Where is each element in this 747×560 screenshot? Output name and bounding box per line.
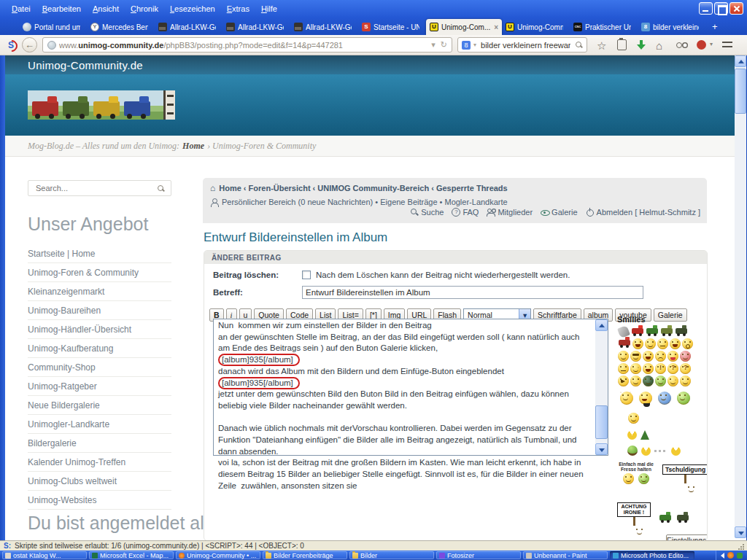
- smiley-icon[interactable]: [655, 363, 666, 374]
- smiley-icon[interactable]: [670, 338, 681, 349]
- scroll-down-icon[interactable]: [595, 443, 608, 455]
- breadcrumb-text[interactable]: Home ‹ Foren-Übersicht ‹ UNIMOG Communit…: [219, 184, 507, 192]
- taskbar-button[interactable]: Bilder Forenbeiträge: [263, 551, 347, 559]
- browser-tab[interactable]: Praktischer Umg...: [570, 19, 638, 35]
- tagline-home-link[interactable]: Home: [182, 141, 204, 152]
- fresse-smiley[interactable]: Einfach mal die Fresse halten: [617, 462, 655, 485]
- menu-item[interactable]: Lesezeichen: [164, 0, 221, 18]
- green-smiley-icon[interactable]: [627, 446, 638, 456]
- sidebar-menu-item[interactable]: Unimog-Händler-Übersicht: [28, 320, 171, 339]
- smiley-icon[interactable]: [619, 340, 630, 346]
- sidebar-menu-item[interactable]: Unimog-Clubs weltweit: [28, 472, 171, 491]
- taskbar-button[interactable]: Unbenannt - Paint: [523, 551, 608, 559]
- google-icon[interactable]: [462, 41, 471, 50]
- sidebar-menu-item[interactable]: Kalender Unimog-Treffen: [28, 453, 171, 472]
- smiley-icon[interactable]: [618, 376, 629, 386]
- smiley-icon[interactable]: [680, 376, 691, 386]
- quicklink[interactable]: Mitglieder: [487, 208, 533, 217]
- tschuldigung-smiley[interactable]: Tschuldigung: [662, 462, 708, 497]
- window-control-icon[interactable]: [714, 2, 728, 15]
- smiley-icon[interactable]: [630, 376, 641, 386]
- smiley-icon[interactable]: [643, 376, 654, 386]
- quicklink[interactable]: Galerie: [541, 208, 577, 217]
- tractor-icon[interactable]: [659, 515, 671, 521]
- smiley-icon[interactable]: [618, 351, 629, 362]
- smiley-icon[interactable]: [655, 376, 666, 386]
- smiley-icon[interactable]: [632, 328, 643, 334]
- sidebar-menu-item[interactable]: Unimog-Foren & Community: [28, 263, 171, 282]
- browser-tab[interactable]: Startseite - UNI...: [358, 19, 426, 35]
- window-control-icon[interactable]: [729, 2, 743, 15]
- ironie-smiley[interactable]: ACHTUNG IRONIE !: [617, 502, 651, 539]
- smiley-icon[interactable]: [655, 351, 666, 362]
- web-search-input[interactable]: [479, 40, 572, 50]
- browser-tab[interactable]: Allrad-LKW-Gem...: [155, 19, 222, 35]
- pacman-smiley-icon[interactable]: [627, 430, 637, 440]
- scrollbar-thumb[interactable]: [595, 405, 608, 439]
- quicklink[interactable]: FAQ: [452, 208, 479, 217]
- pacman-smiley-icon[interactable]: [641, 446, 651, 456]
- home-icon[interactable]: [656, 39, 667, 51]
- search-bar[interactable]: ▾: [457, 37, 587, 52]
- sidebar-menu-item[interactable]: Unimog-Ratgeber: [28, 377, 171, 396]
- taskbar-button[interactable]: ostat Ktalog W...: [2, 551, 87, 559]
- bookmark-star-icon[interactable]: [597, 39, 608, 51]
- browser-tab[interactable]: Allrad-LKW-Gem...: [222, 19, 290, 35]
- sidebar-menu-item[interactable]: Unimogler-Landkarte: [28, 415, 171, 434]
- browser-tab[interactable]: Portal rund um d...: [19, 19, 87, 35]
- delete-post-checkbox[interactable]: [302, 271, 311, 279]
- sidebar-search-input[interactable]: [34, 183, 157, 193]
- tray-shield-icon[interactable]: [737, 553, 743, 559]
- pacman-smiley-icon[interactable]: [671, 446, 681, 456]
- scroll-up-icon[interactable]: [595, 319, 608, 331]
- sidebar-menu-item[interactable]: Bildergalerie: [28, 434, 171, 453]
- reload-icon[interactable]: ↻: [441, 40, 447, 50]
- sidebar-menu-item[interactable]: Startseite | Home: [28, 244, 171, 263]
- smiley-icon[interactable]: [661, 328, 673, 334]
- smiley-icon[interactable]: [630, 363, 641, 374]
- noscript-icon[interactable]: [5, 39, 17, 51]
- smiley-icon[interactable]: [657, 338, 668, 349]
- scroll-down-icon[interactable]: [735, 526, 746, 538]
- glasses-addon-icon[interactable]: [676, 39, 688, 51]
- smiley-icon[interactable]: [630, 351, 641, 362]
- forum-breadcrumb[interactable]: Home ‹ Foren-Übersicht ‹ UNIMOG Communit…: [210, 183, 700, 193]
- smiley-icon[interactable]: [620, 392, 633, 405]
- new-tab-button[interactable]: +: [705, 21, 724, 32]
- smiley-icon[interactable]: [658, 392, 671, 405]
- url-bar[interactable]: www.unimog-community.de/phpBB3/posting.p…: [42, 37, 452, 52]
- sidebar-search-box[interactable]: [28, 180, 171, 196]
- noscript-status-icon[interactable]: S:: [4, 542, 11, 550]
- taskbar-button[interactable]: Fotosizer: [436, 551, 521, 559]
- smiley-icon[interactable]: [680, 363, 691, 374]
- taskbar-button[interactable]: Unimog-Community • ...: [176, 551, 260, 559]
- forum-userline[interactable]: Persönlicher Bereich (0 neue Nachrichten…: [210, 198, 700, 206]
- smiley-icon[interactable]: [628, 413, 639, 424]
- sidebar-menu-item[interactable]: Community-Shop: [28, 358, 171, 377]
- clipboard-icon[interactable]: [617, 39, 627, 50]
- sidebar-menu-item[interactable]: Unimog-Baureihen: [28, 301, 171, 320]
- browser-tab[interactable]: Unimog-Commun...: [502, 19, 570, 35]
- tractor-icon[interactable]: [677, 515, 689, 521]
- page-scrollbar[interactable]: [735, 55, 746, 538]
- adblock-icon[interactable]: [697, 39, 713, 51]
- menu-item[interactable]: Ansicht: [87, 0, 125, 18]
- smiley-icon[interactable]: [639, 392, 652, 405]
- tray-firefox-icon[interactable]: [727, 552, 734, 559]
- textarea-scrollbar[interactable]: [595, 319, 608, 455]
- menu-item[interactable]: Datei: [6, 0, 36, 18]
- message-textarea[interactable]: Nun kommen wir zum einstellen der Bilder…: [213, 319, 608, 456]
- sidebar-search-icon[interactable]: [157, 184, 165, 192]
- downloads-icon[interactable]: [635, 39, 647, 51]
- smiley-icon[interactable]: [643, 363, 654, 374]
- smiley-icon[interactable]: [667, 363, 678, 374]
- taskbar-button[interactable]: Microsoft Photo Edito...: [610, 551, 694, 559]
- browser-tab[interactable]: Unimog-Com... ×: [426, 19, 502, 35]
- subject-input[interactable]: [302, 286, 643, 299]
- menu-item[interactable]: Chronik: [125, 0, 164, 18]
- browser-tab[interactable]: Mercedes Benz ...: [87, 19, 155, 35]
- quicklink[interactable]: Suche: [410, 208, 444, 217]
- browser-tab[interactable]: bilder verkleiner...: [638, 19, 705, 35]
- smiley-icon[interactable]: [646, 328, 658, 334]
- browser-tab[interactable]: Allrad-LKW-Gem...: [290, 19, 358, 35]
